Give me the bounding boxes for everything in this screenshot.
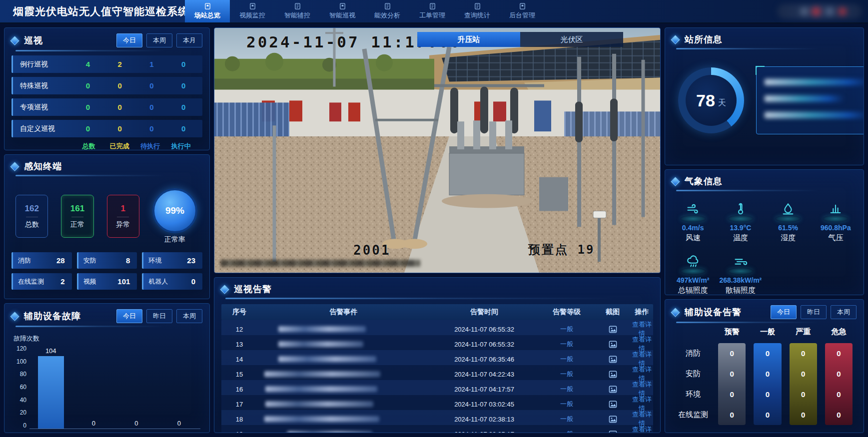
fault-bar-value: 0	[92, 420, 95, 427]
filter-today-button[interactable]: 今日	[116, 33, 142, 47]
screenshot-icon[interactable]	[595, 370, 631, 378]
aux-row-label-environment: 环境	[672, 384, 714, 405]
alarm-row[interactable]: 12 2024-11-07 06:55:32 一般 查看详情	[221, 320, 653, 335]
nav-item-smart-aux[interactable]: 智能辅控	[275, 0, 320, 22]
inspection-done: 0	[104, 81, 136, 90]
weather-label: 温度	[733, 233, 748, 243]
terminal-card-abnormal: 1 异常	[107, 195, 139, 238]
tab-pv-area[interactable]: 光伏区	[520, 32, 623, 47]
nav-item-work-order[interactable]: 工单管理	[410, 0, 455, 22]
alarm-level: 一般	[539, 400, 595, 409]
aux-row-label-online-monitor: 在线监测	[672, 405, 714, 425]
inspection-row-label: 自定义巡视	[16, 124, 72, 133]
filter-today-button[interactable]: 今日	[771, 305, 797, 319]
user-info-blurred[interactable]	[777, 4, 862, 19]
alarm-row[interactable]: 15 2024-11-07 04:22:43 一般 查看详情	[221, 365, 653, 380]
col-action: 操作	[631, 308, 653, 317]
filter-today-button[interactable]: 今日	[116, 309, 142, 323]
alarm-no: 12	[221, 326, 257, 333]
alarm-row[interactable]: 14 2024-11-07 06:35:46 一般 查看详情	[221, 350, 653, 365]
weather-item-humidity: 61.5% 湿度	[766, 202, 811, 243]
aux-value: 0	[718, 364, 746, 384]
video-area-tabs: 升压站 光伏区	[417, 32, 623, 47]
main-nav: 场站总览 视频监控 智能辅控 智能巡视 能效分析 工单管理	[185, 0, 545, 22]
right-column: 站所信息 78 天	[665, 27, 864, 433]
device-fault-filter-group: 今日 昨日 本周	[116, 309, 202, 323]
terminals-title: 感知终端	[24, 160, 62, 172]
fault-xtick: 消防	[29, 429, 72, 433]
screenshot-icon[interactable]	[595, 355, 631, 363]
aux-value: 0	[790, 384, 817, 405]
inspection-total: 0	[72, 103, 104, 111]
inspection-running: 0	[167, 124, 199, 133]
alarm-no: 16	[221, 386, 257, 393]
fault-bar	[38, 356, 64, 429]
chip-value: 23	[187, 256, 195, 265]
normal-rate-label: 正常率	[164, 235, 185, 244]
alarm-no: 17	[221, 401, 257, 408]
alarm-no: 15	[221, 371, 257, 378]
filter-yesterday-button[interactable]: 昨日	[146, 309, 172, 323]
filter-month-button[interactable]: 本月	[176, 33, 202, 47]
filter-week-button[interactable]: 本周	[831, 305, 857, 319]
nav-item-energy-analysis[interactable]: 能效分析	[365, 0, 410, 22]
humidity-icon	[775, 202, 801, 222]
nav-item-query-stats[interactable]: 查询统计	[455, 0, 500, 22]
nav-item-site-overview[interactable]: 场站总览	[185, 0, 230, 22]
blurred-line	[765, 79, 864, 85]
nav-item-admin[interactable]: 后台管理	[500, 0, 545, 22]
alarm-row[interactable]: 13 2024-11-07 06:55:32 一般 查看详情	[221, 335, 653, 350]
alarm-row[interactable]: 17 2024-11-07 03:02:45 一般 查看详情	[221, 395, 653, 410]
alarm-level: 一般	[539, 370, 595, 379]
safe-days-unit: 天	[718, 98, 726, 108]
temperature-icon	[728, 202, 754, 222]
main-content: 巡视 今日 本周 本月 例行巡视 4 2 1 0 特殊巡视	[0, 23, 868, 437]
nav-label: 视频监控	[239, 11, 265, 20]
query-stats-icon	[474, 2, 481, 10]
inspection-alarm-panel: 巡视告警 序号 告警事件 告警时间 告警等级 截图 操作 12	[214, 277, 661, 433]
terminal-stats: 消防28 安防8 环境23 在线监测2 视频101 机器人0	[4, 244, 209, 290]
weather-item-diffuse-irradiance: 268.38kW/m² 散辐照度	[718, 255, 763, 295]
fault-ytick: 80	[20, 371, 26, 378]
aux-row-label-fire: 消防	[672, 343, 714, 364]
aux-value: 0	[718, 405, 746, 425]
video-panel[interactable]: 2024-11-07 11:17:00 升压站 光伏区 2001 预置点 19	[214, 27, 661, 273]
station-info-panel: 站所信息 78 天	[665, 27, 864, 165]
inspection-filter-group: 今日 本周 本月	[116, 33, 202, 47]
terminal-cards: 162 总数 161 正常 1 异常 99%	[4, 176, 209, 244]
screenshot-icon[interactable]	[595, 430, 631, 433]
weather-item-temperature: 13.9°C 温度	[718, 202, 763, 243]
weather-value: 960.8hPa	[821, 224, 851, 232]
aux-value: 0	[825, 343, 853, 364]
alarm-level: 一般	[539, 325, 595, 334]
aux-col-head: 危急	[825, 327, 853, 343]
inspection-panel: 巡视 今日 本周 本月 例行巡视 4 2 1 0 特殊巡视	[4, 27, 210, 150]
screenshot-icon[interactable]	[595, 340, 631, 348]
weather-label: 散辐照度	[726, 286, 756, 295]
screenshot-icon[interactable]	[595, 385, 631, 393]
view-details-link[interactable]: 查看详情	[631, 425, 653, 433]
alarm-row[interactable]: 16 2024-11-07 04:17:57 一般 查看详情	[221, 380, 653, 395]
aux-alarm-filter-group: 今日 昨日 本周	[771, 305, 857, 319]
filter-yesterday-button[interactable]: 昨日	[801, 305, 827, 319]
station-details-blurred-card	[756, 66, 864, 134]
alarm-event-blurred	[257, 341, 430, 347]
screenshot-icon[interactable]	[595, 415, 631, 423]
screenshot-icon[interactable]	[595, 400, 631, 408]
nav-item-smart-inspection[interactable]: 智能巡视	[320, 0, 365, 22]
screenshot-icon[interactable]	[595, 325, 631, 333]
filter-week-button[interactable]: 本周	[176, 309, 202, 323]
preset-point-osd: 预置点 19	[528, 242, 595, 258]
nav-item-video-monitor[interactable]: 视频监控	[230, 0, 275, 22]
aux-value: 0	[718, 343, 746, 364]
chip-label: 环境	[148, 256, 161, 265]
alarm-row[interactable]: 18 2024-11-07 02:38:13 一般 查看详情	[221, 410, 653, 425]
terminals-panel: 感知终端 162 总数 161 正常 1	[4, 154, 210, 299]
alarm-time: 2024-11-07 02:25:17	[430, 431, 539, 434]
tab-booster-station[interactable]: 升压站	[417, 32, 520, 47]
inspection-total: 0	[72, 81, 104, 90]
stat-chip-environment: 环境23	[142, 252, 202, 269]
pressure-icon	[823, 202, 849, 222]
alarm-row[interactable]: 19 2024-11-07 02:25:17 一般 查看详情	[221, 425, 653, 433]
filter-week-button[interactable]: 本周	[146, 33, 172, 47]
